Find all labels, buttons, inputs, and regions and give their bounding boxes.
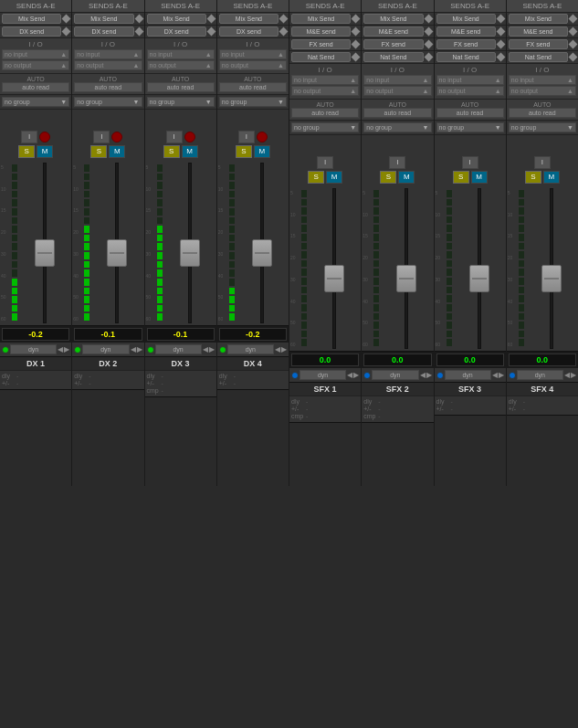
send-button-2[interactable]: FX send: [291, 39, 351, 49]
dyn-button[interactable]: dyn: [10, 344, 57, 354]
dyn-arrow-left[interactable]: ◀: [131, 345, 136, 353]
input-button[interactable]: no input ▲: [219, 49, 287, 59]
output-button[interactable]: no output ▲: [74, 60, 142, 70]
input-button[interactable]: no input ▲: [2, 49, 69, 59]
dyn-arrow-left[interactable]: ◀: [492, 371, 498, 379]
mute-button[interactable]: M: [37, 145, 53, 158]
solo-button[interactable]: S: [163, 145, 180, 158]
group-button[interactable]: no group ▼: [291, 122, 359, 132]
fader-handle[interactable]: [324, 265, 344, 292]
mute-button[interactable]: M: [254, 145, 270, 158]
send-button-1[interactable]: DX send: [147, 26, 206, 37]
solo-button[interactable]: S: [380, 171, 396, 184]
dyn-arrow-left[interactable]: ◀: [564, 371, 570, 379]
mute-button[interactable]: M: [182, 145, 198, 158]
dyn-arrow-left[interactable]: ◀: [420, 371, 426, 379]
input-monitor-button[interactable]: I: [21, 131, 37, 143]
solo-button[interactable]: S: [525, 171, 541, 184]
output-button[interactable]: no output ▲: [2, 60, 69, 70]
input-button[interactable]: no input ▲: [363, 75, 431, 85]
send-button-1[interactable]: DX send: [2, 26, 61, 37]
dyn-button[interactable]: dyn: [155, 344, 202, 354]
group-button[interactable]: no group ▼: [147, 97, 215, 107]
dyn-arrow-right[interactable]: ▶: [281, 345, 287, 353]
input-button[interactable]: no input ▲: [291, 75, 359, 85]
fader-value-display[interactable]: -0.2: [2, 328, 69, 341]
plugin-value-0[interactable]: -: [234, 373, 287, 379]
mute-button[interactable]: M: [398, 171, 415, 184]
input-button[interactable]: no input ▲: [509, 75, 576, 85]
input-monitor-button[interactable]: I: [93, 131, 110, 143]
rec-button[interactable]: [184, 132, 195, 142]
dyn-arrow-left[interactable]: ◀: [58, 345, 63, 353]
plugin-value-0[interactable]: -: [89, 373, 142, 379]
plugin-value-1[interactable]: -: [16, 380, 69, 386]
input-monitor-button[interactable]: I: [166, 131, 183, 143]
send-button-3[interactable]: Nat Send: [291, 52, 351, 62]
auto-mode-button[interactable]: auto read: [219, 82, 287, 92]
dyn-arrow-right[interactable]: ▶: [209, 345, 215, 353]
fader-handle[interactable]: [180, 239, 200, 267]
send-button-1[interactable]: M&E send: [509, 26, 568, 37]
fader-value-display[interactable]: 0.0: [291, 353, 359, 366]
input-monitor-button[interactable]: I: [462, 156, 478, 169]
send-button-0[interactable]: Mix Send: [363, 14, 423, 24]
dyn-arrow-right[interactable]: ▶: [64, 345, 69, 353]
plugin-value-0[interactable]: -: [523, 398, 576, 405]
send-button-2[interactable]: FX send: [363, 39, 423, 49]
dyn-arrow-left[interactable]: ◀: [203, 345, 208, 353]
input-monitor-button[interactable]: I: [317, 156, 333, 169]
auto-mode-button[interactable]: auto read: [363, 108, 431, 118]
plugin-value-1[interactable]: -: [378, 406, 431, 412]
send-button-3[interactable]: Nat Send: [436, 52, 496, 62]
auto-mode-button[interactable]: auto read: [147, 82, 215, 92]
plugin-value-1[interactable]: -: [306, 406, 359, 412]
plugin-value-1[interactable]: -: [451, 406, 504, 412]
group-button[interactable]: no group ▼: [509, 122, 576, 132]
plugin-value-0[interactable]: -: [451, 398, 504, 405]
send-button-1[interactable]: DX send: [219, 26, 278, 37]
dyn-arrow-left[interactable]: ◀: [347, 371, 352, 379]
fader-handle[interactable]: [396, 265, 416, 292]
send-button-1[interactable]: DX send: [74, 26, 133, 37]
rec-button[interactable]: [39, 132, 50, 142]
group-button[interactable]: no group ▼: [219, 97, 287, 107]
dyn-arrow-right[interactable]: ▶: [499, 371, 504, 379]
send-button-0[interactable]: Mix Send: [74, 14, 133, 24]
group-button[interactable]: no group ▼: [74, 97, 142, 107]
auto-mode-button[interactable]: auto read: [74, 82, 142, 92]
fader-handle[interactable]: [107, 239, 127, 267]
dyn-arrow-right[interactable]: ▶: [137, 345, 142, 353]
output-button[interactable]: no output ▲: [436, 86, 504, 96]
solo-button[interactable]: S: [453, 171, 469, 184]
group-button[interactable]: no group ▼: [436, 122, 504, 132]
input-monitor-button[interactable]: I: [534, 156, 551, 169]
send-button-1[interactable]: M&E send: [436, 26, 496, 37]
plugin-value-1[interactable]: -: [523, 406, 576, 412]
plugin-value-1[interactable]: -: [162, 380, 215, 386]
input-button[interactable]: no input ▲: [436, 75, 504, 85]
output-button[interactable]: no output ▲: [363, 86, 431, 96]
auto-mode-button[interactable]: auto read: [509, 108, 576, 118]
mute-button[interactable]: M: [109, 145, 125, 158]
plugin-value-0[interactable]: -: [162, 373, 215, 379]
plugin-value-2[interactable]: -: [306, 413, 359, 419]
fader-value-display[interactable]: 0.0: [363, 353, 431, 366]
auto-mode-button[interactable]: auto read: [2, 82, 69, 92]
input-button[interactable]: no input ▲: [74, 49, 142, 59]
fader-value-display[interactable]: -0.1: [74, 328, 142, 341]
send-button-1[interactable]: M&E send: [291, 26, 351, 37]
dyn-arrow-right[interactable]: ▶: [426, 371, 432, 379]
output-button[interactable]: no output ▲: [219, 60, 287, 70]
dyn-button[interactable]: dyn: [517, 370, 563, 380]
plugin-value-1[interactable]: -: [89, 380, 142, 386]
send-button-0[interactable]: Mix Send: [219, 14, 278, 24]
send-button-0[interactable]: Mix Send: [291, 14, 351, 24]
group-button[interactable]: no group ▼: [2, 97, 69, 107]
dyn-arrow-right[interactable]: ▶: [571, 371, 576, 379]
plugin-value-2[interactable]: -: [378, 413, 431, 419]
plugin-value-0[interactable]: -: [16, 373, 69, 379]
output-button[interactable]: no output ▲: [147, 60, 215, 70]
solo-button[interactable]: S: [90, 145, 107, 158]
send-button-2[interactable]: FX send: [436, 39, 496, 49]
